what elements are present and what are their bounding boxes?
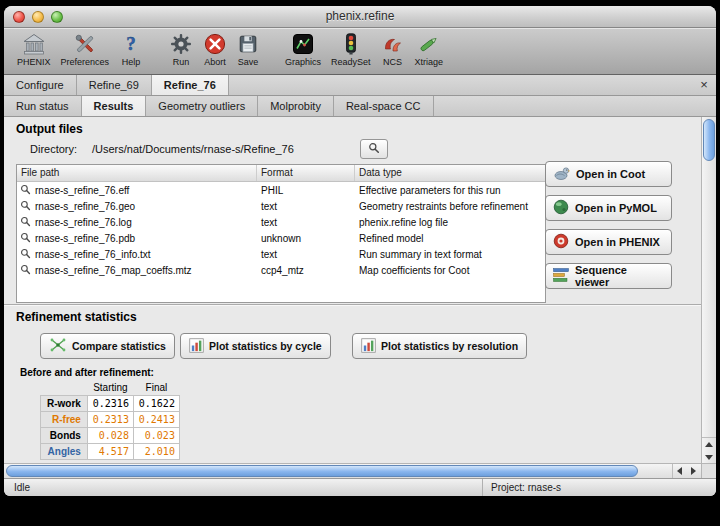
file-datatype-cell: phenix.refine log file bbox=[355, 217, 545, 228]
stats-value: 0.1622 bbox=[133, 396, 179, 412]
stats-row-label: R-work bbox=[41, 396, 88, 412]
button-label: Open in Coot bbox=[576, 168, 645, 180]
title-bar[interactable]: phenix.refine bbox=[4, 6, 716, 28]
stats-value: 4.517 bbox=[87, 444, 133, 460]
stats-value: 0.2313 bbox=[87, 412, 133, 428]
toolbar-run-button[interactable]: Run bbox=[164, 29, 198, 67]
close-button[interactable] bbox=[13, 11, 25, 23]
horizontal-scrollbar-thumb[interactable] bbox=[6, 465, 638, 477]
file-path-cell: rnase-s_refine_76.pdb bbox=[35, 233, 135, 244]
coot-bird-icon bbox=[553, 166, 570, 183]
button-label: Open in PyMOL bbox=[575, 202, 657, 214]
tab-run-status[interactable]: Run status bbox=[4, 96, 82, 116]
toolbar-phenix-button[interactable]: PHENIX bbox=[12, 29, 56, 67]
magnifier-icon bbox=[20, 232, 31, 245]
close-tab-button[interactable]: × bbox=[692, 75, 716, 95]
button-label: Plot statistics by cycle bbox=[209, 340, 322, 352]
toolbar-label: Help bbox=[122, 57, 141, 67]
toolbar-save-button[interactable]: Save bbox=[232, 29, 264, 67]
toolbar-abort-button[interactable]: Abort bbox=[198, 29, 232, 67]
file-path-cell: rnase-s_refine_76_info.txt bbox=[35, 249, 151, 260]
file-format-cell: unknown bbox=[257, 233, 355, 244]
sequence-viewer-button[interactable]: Sequence viewer bbox=[545, 263, 672, 289]
toolbar-label: Graphics bbox=[285, 57, 321, 67]
toolbar-label: Xtriage bbox=[415, 57, 444, 67]
column-header-file-path[interactable]: File path bbox=[17, 165, 257, 181]
tab-real-space-cc[interactable]: Real-space CC bbox=[334, 96, 434, 116]
open-in-pymol-button[interactable]: Open in PyMOL bbox=[545, 195, 672, 221]
tab-results[interactable]: Results bbox=[82, 96, 147, 116]
phenix-refine-window: phenix.refine PHENIX Preferences ? Help bbox=[4, 6, 716, 496]
table-row[interactable]: rnase-s_refine_76_map_coeffs.mtz ccp4_mt… bbox=[17, 262, 545, 278]
plot-by-resolution-button[interactable]: Plot statistics by resolution bbox=[352, 333, 527, 359]
magnifier-icon bbox=[368, 140, 380, 158]
file-format-cell: text bbox=[257, 217, 355, 228]
scroll-up-button[interactable] bbox=[702, 438, 716, 451]
status-project: Project: rnase-s bbox=[491, 480, 561, 496]
zoom-button[interactable] bbox=[51, 11, 63, 23]
view-tab-bar: Run status Results Geometry outliers Mol… bbox=[4, 96, 716, 117]
minimize-button[interactable] bbox=[32, 11, 44, 23]
tab-refine-76[interactable]: Refine_76 bbox=[152, 75, 229, 95]
section-divider bbox=[4, 304, 716, 306]
toolbar-xtriage-button[interactable]: Xtriage bbox=[410, 29, 449, 67]
directory-label: Directory: bbox=[30, 143, 77, 155]
tab-molprobity[interactable]: Molprobity bbox=[258, 96, 334, 116]
status-text: Idle bbox=[14, 482, 30, 493]
abort-x-icon bbox=[203, 30, 227, 57]
column-header-data-type[interactable]: Data type bbox=[355, 165, 545, 181]
plot-by-cycle-button[interactable]: Plot statistics by cycle bbox=[180, 333, 331, 359]
refinement-stats-table: Starting Final R-work 0.2316 0.1622 R-fr… bbox=[40, 381, 180, 460]
preferences-tools-icon bbox=[73, 30, 97, 57]
tab-configure[interactable]: Configure bbox=[4, 75, 77, 95]
file-datatype-cell: Effective parameters for this run bbox=[355, 185, 545, 196]
button-label: Sequence viewer bbox=[575, 264, 664, 288]
table-row[interactable]: rnase-s_refine_76.log text phenix.refine… bbox=[17, 214, 545, 230]
toolbar-ncs-button[interactable]: NCS bbox=[376, 29, 410, 67]
table-row[interactable]: rnase-s_refine_76.geo text Geometry rest… bbox=[17, 198, 545, 214]
table-row[interactable]: rnase-s_refine_76_info.txt text Run summ… bbox=[17, 246, 545, 262]
stats-col-final: Final bbox=[133, 381, 179, 396]
stats-corner bbox=[41, 381, 88, 396]
vertical-scrollbar[interactable] bbox=[701, 117, 716, 463]
horizontal-scrollbar[interactable] bbox=[4, 463, 701, 478]
tab-bar-spacer bbox=[229, 75, 692, 95]
scroll-left-button[interactable] bbox=[677, 467, 682, 475]
toolbar-label: NCS bbox=[383, 57, 402, 67]
open-in-coot-button[interactable]: Open in Coot bbox=[545, 161, 672, 187]
toolbar-help-button[interactable]: ? Help bbox=[114, 29, 148, 67]
document-tab-bar: Configure Refine_69 Refine_76 × bbox=[4, 75, 716, 96]
magnifier-icon bbox=[20, 200, 31, 213]
magnifier-icon bbox=[20, 216, 31, 229]
desktop-background: phenix.refine PHENIX Preferences ? Help bbox=[0, 0, 720, 526]
status-divider bbox=[482, 479, 483, 496]
results-panel: Output files Directory: /Users/nat/Docum… bbox=[4, 117, 716, 478]
stats-value: 0.2316 bbox=[87, 396, 133, 412]
toolbar-readyset-button[interactable]: ReadySet bbox=[326, 29, 376, 67]
main-toolbar: PHENIX Preferences ? Help Run Abort bbox=[4, 28, 716, 75]
tab-bar-spacer bbox=[434, 96, 717, 116]
vertical-scrollbar-thumb[interactable] bbox=[703, 119, 715, 161]
tab-refine-69[interactable]: Refine_69 bbox=[77, 75, 152, 95]
scroll-right-button[interactable] bbox=[691, 467, 696, 475]
toolbar-label: Run bbox=[173, 57, 190, 67]
before-after-label: Before and after refinement: bbox=[20, 367, 154, 378]
toolbar-preferences-button[interactable]: Preferences bbox=[56, 29, 115, 67]
table-header: File path Format Data type bbox=[17, 165, 545, 182]
table-row[interactable]: rnase-s_refine_76.pdb unknown Refined mo… bbox=[17, 230, 545, 246]
open-in-phenix-button[interactable]: Open in PHENIX bbox=[545, 229, 672, 255]
horizontal-scroll-arrows bbox=[672, 464, 700, 478]
tab-geometry-outliers[interactable]: Geometry outliers bbox=[146, 96, 258, 116]
table-row[interactable]: rnase-s_refine_76.eff PHIL Effective par… bbox=[17, 182, 545, 198]
stats-value: 0.023 bbox=[133, 428, 179, 444]
button-label: Open in PHENIX bbox=[575, 236, 660, 248]
pymol-icon bbox=[553, 199, 569, 217]
column-header-format[interactable]: Format bbox=[257, 165, 355, 181]
directory-browse-button[interactable] bbox=[360, 139, 388, 159]
stats-value: 0.2413 bbox=[133, 412, 179, 428]
toolbar-graphics-button[interactable]: Graphics bbox=[280, 29, 326, 67]
directory-path: /Users/nat/Documents/rnase-s/Refine_76 bbox=[92, 143, 294, 155]
stats-col-starting: Starting bbox=[87, 381, 133, 396]
compare-statistics-button[interactable]: Compare statistics bbox=[40, 333, 175, 359]
window-controls bbox=[13, 11, 63, 23]
